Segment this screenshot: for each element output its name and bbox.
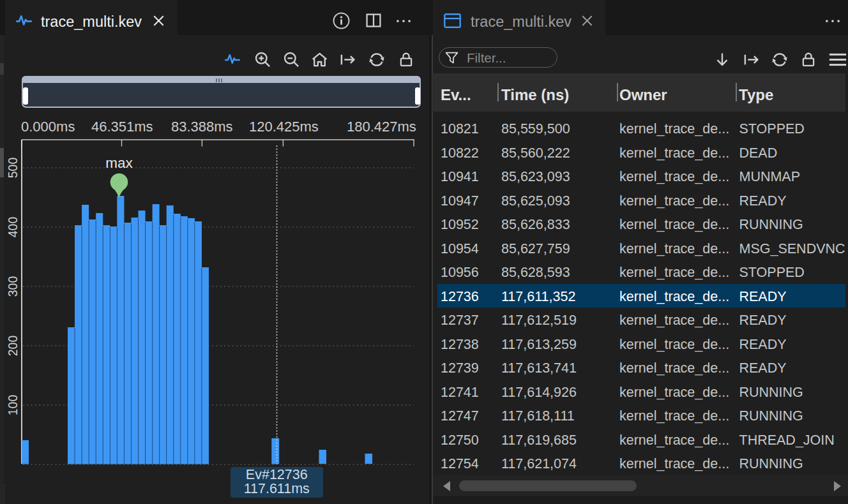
svg-text:100: 100 — [6, 395, 20, 416]
svg-text:200: 200 — [6, 336, 20, 357]
svg-text:500: 500 — [6, 158, 20, 179]
svg-text:300: 300 — [6, 276, 20, 297]
svg-text:max: max — [105, 155, 133, 171]
svg-text:400: 400 — [6, 217, 20, 238]
